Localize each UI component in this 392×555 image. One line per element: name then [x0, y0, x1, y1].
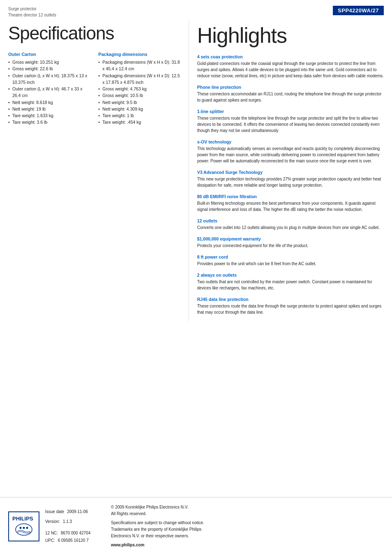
svg-point-1 — [16, 524, 32, 535]
list-item: Gross weight: 10.251 kg — [8, 59, 90, 65]
website-link: www.philips.com — [111, 543, 144, 547]
highlight-item: 1-line splitterThese connectors route th… — [197, 109, 384, 134]
highlight-title: 1-line splitter — [197, 109, 384, 114]
footer-right: © 2009 Koninklijke Philips Electronics N… — [111, 504, 204, 548]
issue-date-row: Issue date 2009-11-06 — [45, 508, 103, 516]
product-name: Theatre director 12 outlets — [8, 12, 56, 18]
upc-row: UPC: 6 09585 16120 7 — [45, 537, 103, 544]
highlight-item: $1,000,000 equipment warrantyProtects yo… — [197, 236, 384, 249]
version-value: 1.1.3 — [63, 519, 72, 524]
highlight-item: 4 sets coax protectionGold-plated connec… — [197, 54, 384, 79]
upc-value: 6 09585 16120 7 — [58, 538, 89, 543]
highlight-title: 8 ft power cord — [197, 254, 384, 259]
packaging-section: Packaging dimensions Packaging dimension… — [98, 52, 180, 126]
highlights-container: 4 sets coax protectionGold-plated connec… — [197, 54, 384, 315]
highlight-item: 2 always on outletsTwo outlets that are … — [197, 273, 384, 291]
philips-logo: PHILIPS — [8, 511, 37, 541]
outer-carton-section: Outer Carton Gross weight: 10.251 kgGros… — [8, 52, 90, 126]
highlight-desc: These connectors accommodate an RJ11 cor… — [197, 91, 384, 103]
list-item: Outer carton (L x W x H): 18.375 x 13 x … — [8, 72, 90, 86]
packaging-list: Packaging dimensions (W x H x D): 31.8 x… — [98, 59, 180, 126]
highlight-title: V3 Advanced Surge Technology — [197, 170, 384, 175]
list-item: Tare weight: 3.6 lb — [8, 119, 90, 125]
main-content: Specifications Outer Carton Gross weight… — [0, 20, 392, 321]
highlight-desc: Built-in filtering technology ensures th… — [197, 200, 384, 213]
highlight-desc: These connectors route the data line thr… — [197, 303, 384, 315]
highlights-title: Highlights — [197, 23, 384, 48]
list-item: Nett weight: 8.618 kg — [8, 99, 90, 106]
list-item: Gross weight: 10.5 lb — [98, 92, 180, 99]
list-item: Nett weight: 19 lb — [8, 106, 90, 112]
highlight-title: 4 sets coax protection — [197, 54, 384, 59]
list-item: Gross weight: 22.6 lb — [8, 65, 90, 72]
specs-title: Specifications — [8, 23, 180, 44]
highlight-title: 2 always on outlets — [197, 273, 384, 278]
highlight-title: $1,000,000 equipment warranty — [197, 236, 384, 241]
list-item: Packaging dimensions (W x H x D): 31.8 x… — [98, 59, 180, 72]
highlight-desc: These connectors route the telephone lin… — [197, 115, 384, 134]
highlight-title: RJ45 data line protection — [197, 297, 384, 302]
page-header: Surge protector Theatre director 12 outl… — [0, 0, 392, 20]
highlight-item: RJ45 data line protectionThese connector… — [197, 297, 384, 315]
list-item: Gross weight: 4.763 kg — [98, 86, 180, 92]
version-label: Version: — [45, 519, 60, 524]
list-item: Packaging dimensions (W x H x D): 12.5 x… — [98, 72, 180, 86]
highlight-desc: Converts one outlet into 12 outlets allo… — [197, 224, 384, 231]
svg-point-4 — [26, 527, 28, 529]
highlight-item: 12 outletsConverts one outlet into 12 ou… — [197, 218, 384, 231]
svg-point-2 — [20, 527, 22, 529]
list-item: Tare weight: 1 lb — [98, 112, 180, 119]
specs-two-col: Outer Carton Gross weight: 10.251 kgGros… — [8, 52, 180, 126]
nc-row: 12 NC: 8670 000 42704 — [45, 530, 103, 537]
list-item: Nett weight: 9.5 lb — [98, 99, 180, 106]
highlight-title: 80 dB EMI/RFI noise filtration — [197, 194, 384, 199]
highlight-desc: This new surge protection technology pro… — [197, 176, 384, 188]
svg-point-3 — [23, 527, 25, 529]
website: www.philips.com — [111, 542, 204, 548]
packaging-title: Packaging dimensions — [98, 52, 180, 57]
list-item: Nett weight: 4.309 kg — [98, 106, 180, 112]
highlight-desc: This technology automatically senses an … — [197, 146, 384, 164]
product-type: Surge protector — [8, 6, 56, 12]
version-row: Version: 1.1.3 — [45, 518, 103, 525]
disclaimer-text: Specifications are subject to change wit… — [111, 520, 204, 539]
highlight-title: s-OV technology — [197, 139, 384, 144]
list-item: Outer carton (L x W x H): 46.7 x 33 x 26… — [8, 86, 90, 99]
product-info: Surge protector Theatre director 12 outl… — [8, 6, 56, 18]
svg-text:PHILIPS: PHILIPS — [12, 516, 33, 522]
list-item: Tare weight: .454 kg — [98, 119, 180, 125]
highlight-item: s-OV technologyThis technology automatic… — [197, 139, 384, 164]
issue-date: 2009-11-06 — [67, 509, 88, 514]
outer-carton-title: Outer Carton — [8, 52, 90, 57]
highlight-item: Phone line protectionThese connectors ac… — [197, 85, 384, 103]
upc-label: UPC: — [45, 538, 55, 543]
nc-label: 12 NC: — [45, 531, 58, 535]
highlight-title: 12 outlets — [197, 218, 384, 223]
highlight-title: Phone line protection — [197, 85, 384, 90]
highlight-desc: Two outlets that are not controlled by t… — [197, 279, 384, 291]
highlights-column: Highlights 4 sets coax protectionGold-pl… — [189, 20, 384, 321]
outer-carton-list: Gross weight: 10.251 kgGross weight: 22.… — [8, 59, 90, 126]
nc-value: 8670 000 42704 — [61, 531, 90, 535]
highlight-desc: Gold-plated connectors route the coaxial… — [197, 60, 384, 79]
highlight-item: V3 Advanced Surge TechnologyThis new sur… — [197, 170, 384, 188]
highlight-item: 80 dB EMI/RFI noise filtrationBuilt-in f… — [197, 194, 384, 213]
copyright-text: © 2009 Koninklijke Philips Electronics N… — [111, 504, 204, 517]
highlight-item: 8 ft power cordProvides power to the uni… — [197, 254, 384, 267]
specs-column: Specifications Outer Carton Gross weight… — [8, 20, 189, 321]
page-footer: PHILIPS Issue date 2009-11-06 Version: 1… — [0, 497, 392, 555]
highlight-desc: Provides power to the unit which can be … — [197, 261, 384, 267]
issue-label: Issue date — [45, 509, 64, 514]
model-number: SPP4220WA/27 — [333, 6, 384, 15]
footer-middle: Issue date 2009-11-06 Version: 1.1.3 12 … — [45, 508, 103, 544]
list-item: Tare weight: 1.633 kg — [8, 112, 90, 119]
highlight-desc: Protects your connected equipment for th… — [197, 243, 384, 249]
